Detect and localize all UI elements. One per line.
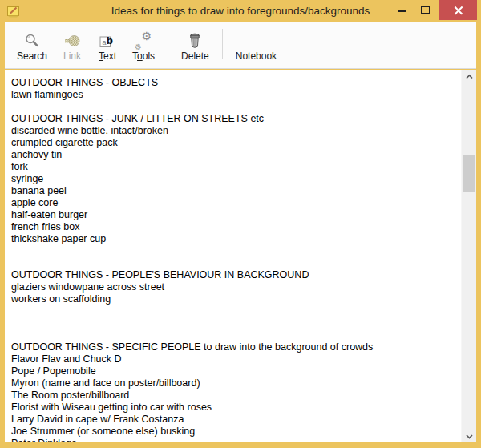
link-icon — [64, 31, 81, 50]
toolbar-button-notebook[interactable]: Notebook — [228, 27, 284, 64]
toolbar-button-text[interactable]: abText — [90, 27, 125, 64]
note-line: workers on scaffolding — [11, 293, 458, 305]
toolbar-separator — [222, 29, 223, 59]
toolbar: SearchLinkabText⚙⚙ToolsDeleteNotebook — [5, 22, 476, 69]
note-content: OUTDOOR THINGS - OBJECTSlawn flamingoes … — [5, 70, 476, 442]
note-line: apple core — [11, 197, 458, 209]
toolbar-label-notebook: Notebook — [236, 50, 277, 62]
note-line: Florist with Wiseau getting into car wit… — [11, 402, 458, 414]
note-blank-line — [11, 305, 458, 317]
toolbar-button-link: Link — [55, 27, 90, 64]
note-line: Flavor Flav and Chuck D — [11, 353, 458, 365]
note-line: lawn flamingoes — [11, 89, 458, 101]
text-format-icon: ab — [98, 31, 117, 50]
toolbar-label-delete: Delete — [181, 50, 209, 62]
toolbar-label-text: Text — [99, 50, 116, 62]
svg-text:b: b — [107, 34, 113, 46]
note-line: banana peel — [11, 185, 458, 197]
note-line: french fries box — [11, 221, 458, 233]
toolbar-label-link: Link — [63, 50, 81, 62]
note-line: Larry David in cape w/ Frank Costanza — [11, 414, 458, 426]
maximize-icon — [421, 6, 430, 14]
titlebar[interactable]: Ideas for things to draw into foreground… — [0, 0, 481, 22]
app-window: Ideas for things to draw into foreground… — [0, 0, 481, 448]
note-blank-line — [11, 245, 458, 257]
note-line: crumpled cigarette pack — [11, 137, 458, 149]
toolbar-button-search[interactable]: Search — [10, 27, 55, 64]
scrollbar-thumb[interactable] — [463, 155, 475, 192]
vertical-scrollbar[interactable] — [461, 70, 476, 442]
note-line: anchovy tin — [11, 149, 458, 161]
toolbar-button-tools[interactable]: ⚙⚙Tools — [125, 27, 162, 64]
maximize-button[interactable] — [414, 0, 436, 20]
toolbar-label-tools: Tools — [132, 50, 155, 62]
note-blank-line — [11, 101, 458, 113]
note-line: Myron (name and face on poster/billboard… — [11, 377, 458, 389]
note-line: syringe — [11, 173, 458, 185]
search-icon — [24, 31, 40, 50]
close-button[interactable] — [439, 0, 477, 20]
note-text-area[interactable]: OUTDOOR THINGS - OBJECTSlawn flamingoes … — [5, 70, 461, 442]
note-line: discarded wine bottle. intact/broken — [11, 125, 458, 137]
note-blank-line — [11, 317, 458, 329]
note-blank-line — [11, 257, 458, 269]
gears-icon: ⚙⚙ — [135, 31, 152, 50]
note-line: thickshake paper cup — [11, 233, 458, 245]
toolbar-button-delete[interactable]: Delete — [174, 27, 216, 64]
note-line: OUTDOOR THINGS - OBJECTS — [11, 77, 458, 89]
chevron-up-icon — [464, 73, 475, 80]
toolbar-separator — [168, 29, 168, 59]
note-line: OUTDOOR THINGS - JUNK / LITTER ON STREET… — [11, 113, 458, 125]
note-line: OUTDOOR THINGS - SPECIFIC PEOPLE to draw… — [11, 341, 458, 353]
note-line: Pope / Popemobile — [11, 365, 458, 377]
minimize-icon — [398, 10, 406, 12]
note-line: OUTDOOR THINGS - PEOPLE'S BEHAVIOUR IN B… — [11, 269, 458, 281]
toolbar-label-search: Search — [17, 50, 47, 62]
note-line: Peter Dinklage — [11, 438, 458, 442]
chevron-down-icon — [464, 433, 475, 440]
trash-icon — [188, 31, 202, 50]
caption-buttons — [391, 0, 477, 20]
minimize-button[interactable] — [391, 0, 414, 20]
note-line: The Room poster/billboard — [11, 389, 458, 402]
note-line: half-eaten burger — [11, 209, 458, 221]
note-line: glaziers windowpane across street — [11, 281, 458, 293]
scroll-up-button[interactable] — [462, 70, 476, 83]
note-blank-line — [11, 329, 458, 341]
note-line: Joe Strummer (or someone else) busking — [11, 426, 458, 438]
svg-text:a: a — [103, 38, 107, 46]
note-line: fork — [11, 161, 458, 173]
scroll-down-button[interactable] — [462, 430, 476, 442]
